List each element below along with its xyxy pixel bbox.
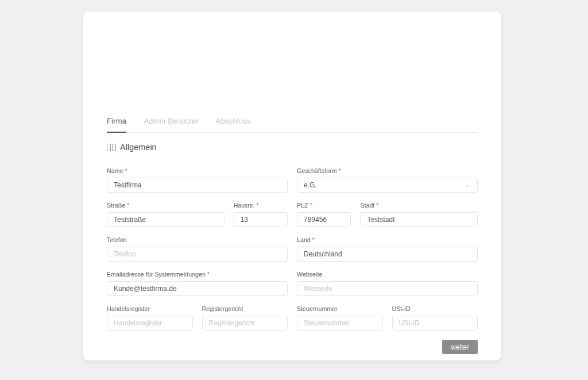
field-label-webseite: Webseite bbox=[297, 271, 478, 278]
chevron-down-icon: ⌄ bbox=[465, 182, 471, 188]
hausnr-input[interactable] bbox=[234, 212, 288, 227]
required-asterisk: * bbox=[257, 202, 259, 209]
strasse-input[interactable] bbox=[107, 212, 225, 227]
required-asterisk: * bbox=[127, 202, 129, 209]
telefon-input[interactable] bbox=[107, 247, 288, 262]
field-geschaeftsform: Geschäftsform* e.G.⌄ bbox=[297, 167, 478, 193]
field-strasse: Straße* bbox=[107, 202, 225, 227]
allgemein-section-icon bbox=[107, 144, 116, 151]
required-asterisk: * bbox=[207, 271, 210, 278]
field-label-telefon: Telefon bbox=[107, 236, 288, 243]
field-telefon: Telefon bbox=[107, 236, 288, 262]
name-input[interactable] bbox=[107, 178, 288, 193]
stadt-input[interactable] bbox=[360, 212, 478, 227]
tab-admin-benutzer[interactable]: Admin Benutzer bbox=[144, 117, 198, 132]
field-label-handelsregister: Handelsregister bbox=[107, 305, 193, 312]
field-label-strasse: Straße* bbox=[107, 202, 225, 209]
required-asterisk: * bbox=[310, 202, 312, 209]
geschaeftsform-select-value: e.G. bbox=[304, 181, 317, 189]
ustid-input[interactable] bbox=[392, 316, 478, 331]
field-plz: PLZ* bbox=[297, 202, 351, 227]
field-label-name: Name* bbox=[107, 167, 288, 174]
required-asterisk: * bbox=[376, 202, 378, 209]
email-input[interactable] bbox=[107, 281, 288, 296]
field-label-stadt: Stadt* bbox=[360, 202, 478, 209]
field-label-registergericht: Registergericht bbox=[202, 305, 288, 312]
plz-input[interactable] bbox=[297, 212, 351, 227]
field-land: Land* bbox=[297, 236, 478, 262]
field-email: Emailadresse für Systemmeldungen* bbox=[107, 271, 288, 296]
logo-space bbox=[107, 11, 478, 117]
field-label-geschaeftsform: Geschäftsform* bbox=[297, 167, 478, 174]
field-label-plz: PLZ* bbox=[297, 202, 351, 209]
field-ustid: USt-ID bbox=[392, 305, 478, 331]
allgemein-form: Name* Geschäftsform* e.G.⌄ Straße* Hausn… bbox=[107, 167, 478, 331]
webseite-input[interactable] bbox=[297, 281, 478, 296]
field-hausnr: Hausnr.* bbox=[234, 202, 288, 227]
field-label-hausnr: Hausnr.* bbox=[234, 202, 288, 209]
field-steuernummer: Steuernummer bbox=[297, 305, 383, 331]
required-asterisk: * bbox=[312, 237, 315, 243]
section-header-allgemein: Allgemein bbox=[107, 143, 478, 159]
field-label-steuernummer: Steuernummer bbox=[297, 305, 383, 312]
weiter-button[interactable]: weiter bbox=[442, 340, 478, 354]
steuernummer-input[interactable] bbox=[297, 316, 383, 331]
field-label-land: Land* bbox=[297, 236, 478, 243]
form-footer: weiter bbox=[107, 340, 478, 354]
field-webseite: Webseite bbox=[297, 271, 478, 296]
setup-wizard-card: Firma Admin Benutzer Abschluss Allgemein… bbox=[83, 11, 501, 360]
wizard-tabs: Firma Admin Benutzer Abschluss bbox=[107, 117, 478, 133]
land-input[interactable] bbox=[297, 247, 478, 262]
field-label-ustid: USt-ID bbox=[392, 305, 478, 312]
required-asterisk: * bbox=[125, 168, 127, 174]
section-title: Allgemein bbox=[120, 143, 157, 152]
field-stadt: Stadt* bbox=[360, 202, 478, 227]
handelsregister-input[interactable] bbox=[107, 316, 193, 331]
tab-abschluss[interactable]: Abschluss bbox=[216, 117, 251, 132]
field-handelsregister: Handelsregister bbox=[107, 305, 193, 331]
geschaeftsform-select[interactable]: e.G.⌄ bbox=[297, 178, 478, 193]
registergericht-input[interactable] bbox=[202, 316, 288, 331]
required-asterisk: * bbox=[339, 168, 341, 174]
tab-firma[interactable]: Firma bbox=[107, 117, 126, 133]
field-registergericht: Registergericht bbox=[202, 305, 288, 331]
field-label-email: Emailadresse für Systemmeldungen* bbox=[107, 271, 288, 278]
page-background: Firma Admin Benutzer Abschluss Allgemein… bbox=[0, 0, 588, 380]
field-name: Name* bbox=[107, 167, 288, 193]
